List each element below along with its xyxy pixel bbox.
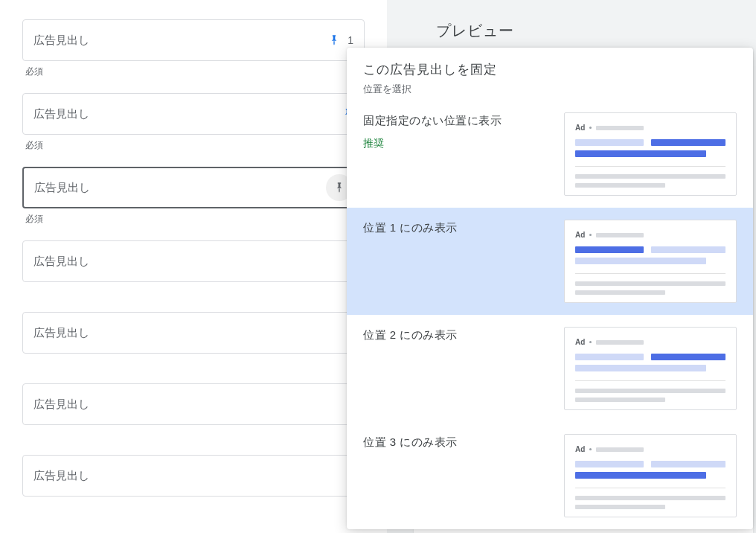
ad-preview: Ad [564,434,737,517]
headline-list: 広告見出し 1 必須 0 / 広告見出し 必須 0 / 広告見出し [0,0,387,497]
field-meta: 必須 0 / [22,61,365,78]
ad-desc-bar [575,398,665,402]
headline-input-3[interactable]: 広告見出し [22,167,365,208]
pin-position-badge: 1 [347,34,353,46]
ad-desc-bar [575,389,725,393]
popover-title: この広告見出しを固定 [363,61,737,78]
ad-dot-icon [589,234,592,236]
headline-input-5[interactable]: 広告見出し [22,312,365,354]
ad-title-bar [651,246,725,253]
headline-input-7[interactable]: 広告見出し [22,455,365,497]
ad-desc-bar [575,496,725,500]
ad-desc-bar [575,281,725,286]
ad-url-bar [596,233,644,237]
ad-divider [575,166,725,167]
pin-option-label: 固定指定のない位置に表示 [363,114,549,128]
pin-option-1[interactable]: 位置 1 にのみ表示 Ad [347,208,753,315]
ad-title-bar [575,461,644,467]
preview-title: プレビュー [387,0,756,53]
headline-placeholder: 広告見出し [34,181,326,195]
ad-url-bar [596,126,644,130]
pin-option-label: 位置 3 にのみ表示 [363,435,549,450]
headline-input-6[interactable]: 広告見出し [22,383,365,425]
ad-tag: Ad [575,124,585,132]
ad-url-bar [596,447,644,452]
ad-title-bar [651,139,725,146]
pin-option-2[interactable]: 位置 2 にのみ表示 Ad [347,315,753,422]
ad-dot-icon [589,341,592,343]
headline-placeholder: 広告見出し [33,107,342,121]
pin-option-label: 位置 1 にのみ表示 [363,221,549,235]
ad-desc-bar [575,174,725,179]
ad-title-bar [651,461,725,467]
ad-tag: Ad [575,231,585,239]
required-label: 必須 [25,213,43,226]
ad-preview: Ad [564,220,737,303]
ad-title-bar [575,150,706,157]
ad-dot-icon [589,127,592,129]
pin-option-0[interactable]: 固定指定のない位置に表示推奨 Ad [347,100,753,208]
field-meta: 0 / [22,354,365,368]
ad-desc-bar [575,183,665,188]
ad-title-bar [575,365,706,371]
ad-divider [575,273,725,274]
popover-subtitle: 位置を選択 [363,83,737,96]
required-label: 必須 [25,139,43,152]
headline-placeholder: 広告見出し [33,33,328,48]
pin-option-3[interactable]: 位置 3 にのみ表示 Ad [347,422,753,529]
headline-placeholder: 広告見出し [33,469,353,483]
pin-icon [333,182,345,194]
field-meta: 0 / [22,282,365,297]
headline-input-1[interactable]: 広告見出し 1 [22,19,365,61]
ad-url-bar [596,340,644,345]
ad-title-bar [575,354,644,360]
ad-divider [575,380,725,381]
headline-placeholder: 広告見出し [33,255,353,269]
required-label: 必須 [25,66,43,78]
ad-title-bar [575,139,644,146]
recommended-label: 推奨 [363,137,549,150]
ad-divider [575,488,725,488]
field-meta: 必須 0 / [22,135,365,152]
ad-preview: Ad [564,112,737,196]
pin-icon[interactable] [328,34,340,46]
ad-tag: Ad [575,338,585,346]
headline-input-4[interactable]: 広告見出し [22,240,365,282]
ad-dot-icon [589,448,592,450]
pin-option-label: 位置 2 にのみ表示 [363,328,549,342]
headline-placeholder: 広告見出し [33,398,353,412]
pin-position-popover: この広告見出しを固定 位置を選択 固定指定のない位置に表示推奨 Ad 位置 1 … [347,48,753,529]
ad-tag: Ad [575,445,585,453]
ad-preview: Ad [564,327,737,410]
ad-desc-bar [575,290,665,295]
field-meta: 0 / [22,425,365,440]
ad-title-bar [651,354,725,360]
ad-title-bar [575,246,644,253]
ad-desc-bar [575,505,665,509]
ad-title-bar [575,472,706,479]
headline-placeholder: 広告見出し [33,326,353,340]
ad-title-bar [575,258,706,264]
headline-input-2[interactable]: 広告見出し [22,93,365,135]
field-meta: 必須 0 / [22,208,365,226]
